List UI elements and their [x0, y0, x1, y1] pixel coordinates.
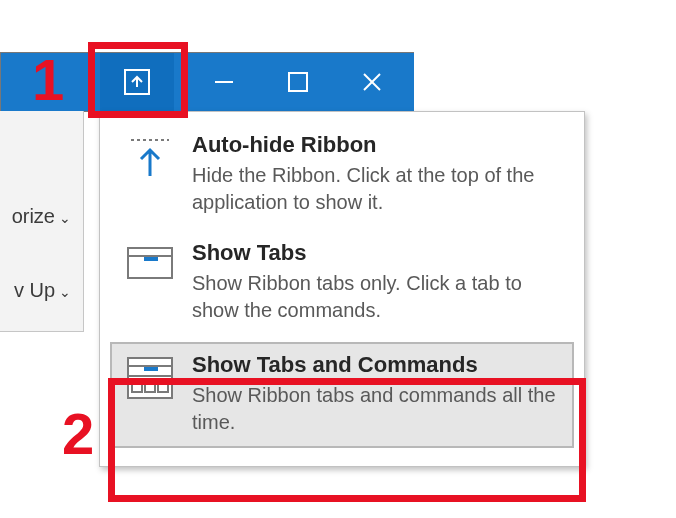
menu-item-show-tabs[interactable]: Show Tabs Show Ribbon tabs only. Click a… — [100, 230, 584, 338]
ribbon-command-followup[interactable]: v Up⌄ — [14, 279, 71, 302]
annotation-number-2: 2 — [62, 400, 94, 467]
svg-rect-11 — [144, 367, 158, 371]
maximize-icon — [287, 71, 309, 93]
menu-item-desc: Hide the Ribbon. Click at the top of the… — [192, 162, 566, 216]
ribbon-command-label: orize — [12, 205, 55, 227]
svg-rect-2 — [289, 73, 307, 91]
show-tabs-icon — [122, 244, 178, 292]
auto-hide-ribbon-icon — [122, 136, 178, 184]
svg-rect-6 — [128, 248, 172, 278]
ribbon-command-label: v Up — [14, 279, 55, 301]
window-minimize-button[interactable] — [187, 53, 261, 111]
chevron-down-icon: ⌄ — [59, 210, 71, 226]
annotation-number-1: 1 — [32, 46, 64, 113]
annotation-box-1 — [88, 42, 188, 118]
minimize-icon — [212, 70, 236, 94]
window-maximize-button[interactable] — [261, 53, 335, 111]
annotation-box-2 — [108, 378, 586, 502]
close-icon — [360, 70, 384, 94]
ribbon-fragment: orize⌄ v Up⌄ — [0, 111, 84, 332]
menu-item-title: Auto-hide Ribbon — [192, 132, 566, 158]
menu-item-auto-hide-ribbon[interactable]: Auto-hide Ribbon Hide the Ribbon. Click … — [100, 122, 584, 230]
svg-rect-8 — [144, 257, 158, 261]
menu-item-title: Show Tabs — [192, 240, 566, 266]
ribbon-command-categorize[interactable]: orize⌄ — [12, 205, 71, 228]
window-close-button[interactable] — [335, 53, 409, 111]
chevron-down-icon: ⌄ — [59, 284, 71, 300]
menu-item-title: Show Tabs and Commands — [192, 352, 564, 378]
menu-item-desc: Show Ribbon tabs only. Click a tab to sh… — [192, 270, 566, 324]
